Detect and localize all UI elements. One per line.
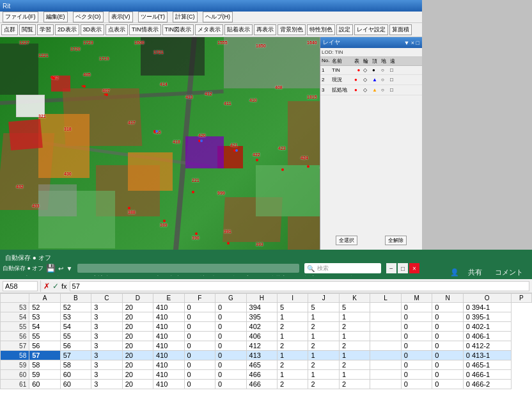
insert-function-icon[interactable]: fx [61,282,67,290]
cell-60-12[interactable]: 0 [401,370,432,380]
cell-56-5[interactable]: 0 [184,332,215,341]
tool-settings[interactable]: 設定 [336,24,353,35]
row-header-58[interactable]: 58 [1,351,29,360]
cell-59-10[interactable]: 2 [339,360,370,370]
cell-53-4[interactable]: 410 [153,303,184,312]
menu-help[interactable]: ヘルプ(H) [203,12,233,22]
layer-row-tin[interactable]: 1 TIN ● ◇ ● ○ □ [320,66,422,75]
cell-54-4[interactable]: 410 [153,312,184,322]
cell-55-11[interactable] [370,322,401,332]
cell-60-3[interactable]: 20 [122,370,153,380]
layer-vertex-3[interactable]: ▲ [372,87,381,93]
col-header-d[interactable]: D [122,294,153,303]
cell-56-4[interactable]: 410 [153,332,184,341]
cell-56-0[interactable]: 55 [29,332,60,341]
cell-56-2[interactable]: 3 [91,332,122,341]
cell-58-5[interactable]: 0 [184,351,215,360]
menu-calc[interactable]: 計算(C) [173,12,198,22]
cell-55-10[interactable]: 2 [339,322,370,332]
row-header-60[interactable]: 60 [1,370,29,380]
cell-53-13[interactable]: 0 [432,303,463,312]
tool-pointcloud[interactable]: 点群 [1,24,18,35]
tool-browse[interactable]: 閲覧 [19,24,36,35]
cell-56-1[interactable]: 55 [60,332,91,341]
row-header-54[interactable]: 54 [1,312,29,322]
cell-60-1[interactable]: 60 [60,370,91,380]
cell-57-4[interactable]: 410 [153,341,184,351]
cell-54-13[interactable]: 0 [432,312,463,322]
cell-60-0[interactable]: 59 [29,370,60,380]
cell-57-13[interactable]: 0 [432,341,463,351]
cell-58-8[interactable]: 1 [277,351,308,360]
col-header-j[interactable]: J [308,294,339,303]
cell-61-4[interactable]: 410 [153,380,184,389]
cell-54-10[interactable]: 1 [339,312,370,322]
cell-61-2[interactable]: 3 [91,380,122,389]
menu-edit[interactable]: 編集(E) [43,12,68,22]
row-header-55[interactable]: 55 [1,322,29,332]
cell-58-11[interactable] [370,351,401,360]
menu-vector[interactable]: ベクタ(O) [73,12,104,22]
cell-55-8[interactable]: 2 [277,322,308,332]
layer-ground-2[interactable]: ○ [381,77,390,83]
cell-58-2[interactable]: 3 [91,351,122,360]
nav-arrow[interactable]: ▼ [66,265,72,272]
cell-61-1[interactable]: 60 [60,380,91,389]
col-header-n[interactable]: N [432,294,463,303]
cell-55-0[interactable]: 54 [29,322,60,332]
cell-57-11[interactable] [370,341,401,351]
layer-ground-3[interactable]: ○ [381,87,390,93]
layer-far-1[interactable]: □ [390,67,399,73]
cell-56-11[interactable] [370,332,401,341]
cell-61-11[interactable] [370,380,401,389]
cell-60-10[interactable]: 1 [339,370,370,380]
col-header-c[interactable]: C [91,294,122,303]
cell-57-3[interactable]: 20 [122,341,153,351]
cell-54-7[interactable]: 395 [246,312,277,322]
cell-57-12[interactable]: 0 [401,341,432,351]
cell-58-14[interactable]: 0 413-1 [463,351,511,360]
cell-59-7[interactable]: 465 [246,360,277,370]
layer-far-3[interactable]: □ [390,87,399,93]
layer-vis-2[interactable]: ● [354,77,363,83]
tool-meta[interactable]: メタ表示 [195,24,223,35]
cell-55-1[interactable]: 54 [60,322,91,332]
cell-60-4[interactable]: 410 [153,370,184,380]
cell-55-14[interactable]: 0 402-1 [463,322,511,332]
menu-tools[interactable]: ツール(T) [138,12,168,22]
cell-54-12[interactable]: 0 [401,312,432,322]
cell-53-7[interactable]: 394 [246,303,277,312]
cell-60-14[interactable]: 0 466-1 [463,370,511,380]
cell-60-7[interactable]: 466 [246,370,277,380]
layer-vertex-1[interactable]: ● [372,67,381,73]
col-header-e[interactable]: E [153,294,184,303]
col-header-p[interactable]: P [511,294,531,303]
layer-vis-1[interactable]: ● [354,67,363,73]
cell-55-3[interactable]: 20 [122,322,153,332]
cell-58-12[interactable]: 0 [401,351,432,360]
tool-layer-settings[interactable]: レイヤ設定 [354,24,388,35]
cancel-formula-icon[interactable]: ✗ [43,282,50,291]
cell-61-14[interactable]: 0 466-2 [463,380,511,389]
cell-61-12[interactable]: 0 [401,380,432,389]
cell-54-14[interactable]: 0 395-1 [463,312,511,322]
cell-60-5[interactable]: 0 [184,370,215,380]
cell-60-11[interactable] [370,370,401,380]
cell-53-6[interactable]: 0 [215,303,246,312]
cell-57-1[interactable]: 56 [60,341,91,351]
save-icon[interactable]: 💾 [46,264,56,273]
col-header-o[interactable]: O [463,294,511,303]
cell-59-14[interactable]: 0 465-1 [463,360,511,370]
layer-row-current[interactable]: 2 現況 ● ◇ ▲ ○ □ [320,75,422,85]
tool-3d[interactable]: 3D表示 [81,24,105,35]
tool-bg-color[interactable]: 背景別色 [278,24,306,35]
tool-paste[interactable]: 貼着表示 [224,24,253,35]
cell-54-3[interactable]: 20 [122,312,153,322]
tool-learn[interactable]: 学習 [37,24,54,35]
cell-56-10[interactable]: 1 [339,332,370,341]
undo-icon[interactable]: ↩ [58,265,63,272]
col-header-a[interactable]: A [29,294,60,303]
restore-btn[interactable]: □ [398,263,408,273]
cell-59-2[interactable]: 3 [91,360,122,370]
cell-55-7[interactable]: 402 [246,322,277,332]
